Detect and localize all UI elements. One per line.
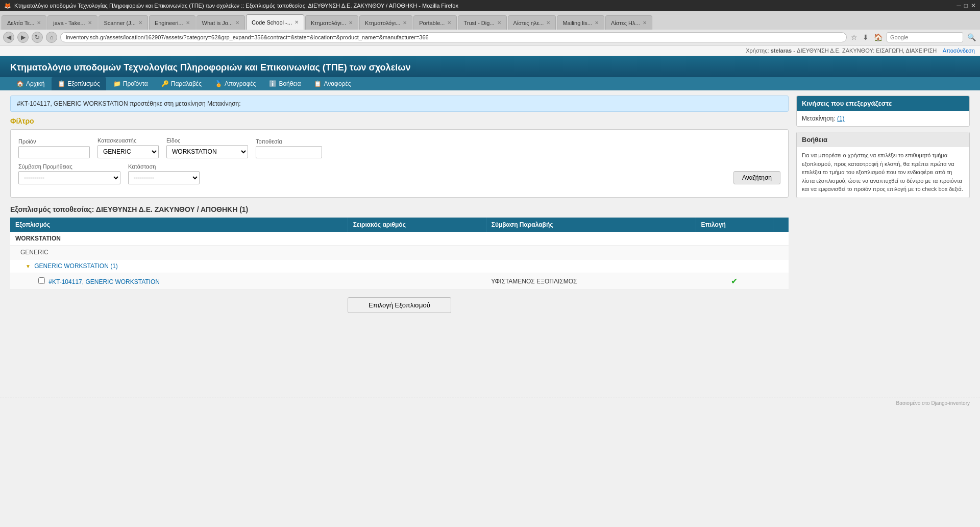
manufacturer-field: Κατασκευαστής GENERIC	[97, 137, 159, 158]
minimize-button[interactable]: ─	[957, 2, 961, 9]
home-button[interactable]: ⌂	[46, 32, 57, 43]
equipment-icon: 📋	[58, 80, 65, 87]
username: stelaras	[771, 47, 792, 54]
manufacturer-label: Κατασκευαστής	[97, 137, 159, 143]
footer-text: Βασισμένο στο Django-inventory	[896, 400, 970, 406]
nav-reports-label: Αναφορές	[324, 80, 351, 87]
equipment-location: ΔΙΕΥΘΥΝΣΗ Δ.Ε. ΖΑΚΥΝΘΟΥ / ΑΠΟΘΗΚΗ	[96, 205, 237, 213]
location-label: Τοποθεσία	[256, 138, 322, 145]
browser-tab-6[interactable]: Κτηματολόγι...✕	[305, 15, 358, 30]
browser-tab-3[interactable]: Engineeri...✕	[149, 15, 195, 30]
maximize-button[interactable]: □	[964, 2, 968, 9]
browser-tab-0[interactable]: Δελτία Τε...✕	[2, 15, 46, 30]
filter-row-1: Προϊόν Κατασκευαστής GENERIC Είδος WORKS…	[18, 137, 780, 158]
product-label: Προϊόν	[18, 138, 90, 145]
forward-button[interactable]: ▶	[17, 32, 29, 43]
logout-link[interactable]: Αποσύνδεση	[943, 47, 975, 54]
browser-tab-4[interactable]: What is Jo...✕	[197, 15, 246, 30]
product-input[interactable]	[18, 146, 90, 158]
type-field: Είδος WORKSTATION	[166, 137, 248, 158]
item-checkbox-left[interactable]	[38, 277, 45, 284]
browser-tab-12[interactable]: Λίστες Ηλ...✕	[605, 15, 652, 30]
item-name-cell: #KT-104117, GENERIC WORKSTATION	[10, 273, 348, 290]
browser-tab-5[interactable]: Code School -...✕	[246, 14, 304, 30]
reload-button[interactable]: ↻	[32, 32, 43, 43]
nav-help-label: Βοήθεια	[279, 80, 301, 87]
bookmark-icon[interactable]: ☆	[851, 33, 857, 41]
actions-panel: Κινήσεις που επεξεργάζεστε Μετακίνηση: (…	[796, 95, 970, 127]
user-bar: Χρήστης: stelaras - ΔΙΕΥΘΥΝΣΗ Δ.Ε. ΖΑΚΥΝ…	[0, 45, 980, 56]
transfer-count-link[interactable]: (1)	[837, 115, 845, 122]
select-equipment-button[interactable]: Επιλογή Εξοπλισμού	[348, 297, 451, 313]
right-column: Κινήσεις που επεξεργάζεστε Μετακίνηση: (…	[796, 95, 970, 392]
browser-tab-11[interactable]: Mailing lis...✕	[557, 15, 604, 30]
help-icon: ℹ️	[269, 80, 277, 87]
group-row: ▼ GENERIC WORKSTATION (1)	[10, 259, 789, 273]
nav-reports[interactable]: 📋 Αναφορές	[308, 77, 357, 90]
type-select[interactable]: WORKSTATION	[166, 145, 248, 158]
nav-inventory[interactable]: 🏅 Απογραφές	[209, 77, 262, 90]
location-input[interactable]	[256, 146, 322, 158]
receipts-icon: 🔑	[161, 80, 169, 87]
notice-text: #KT-104117, GENERIC WORKSTATION προστέθη…	[17, 100, 241, 107]
nav-products-label: Προϊόντα	[123, 80, 148, 87]
equipment-table: Εξοπλισμός Σειριακός αριθμός Σύμβαση Παρ…	[10, 218, 789, 290]
browser-tab-8[interactable]: Portable...✕	[413, 15, 457, 30]
browser-tab-2[interactable]: Scanner (J...✕	[99, 15, 148, 30]
nav-help[interactable]: ℹ️ Βοήθεια	[263, 77, 307, 90]
main-content: #KT-104117, GENERIC WORKSTATION προστέθη…	[0, 90, 980, 397]
group-link[interactable]: GENERIC WORKSTATION (1)	[34, 262, 118, 270]
browser-tab-7[interactable]: Κτηματολόγι...✕	[359, 15, 412, 30]
download-icon[interactable]: ⬇	[863, 33, 869, 41]
expand-icon[interactable]: ▼	[26, 264, 31, 269]
col-select: Επιλογή	[696, 218, 773, 232]
nav-products[interactable]: 📁 Προϊόντα	[107, 77, 154, 90]
nav-home[interactable]: 🏠 Αρχική	[10, 77, 51, 90]
browser-tab-1[interactable]: java - Take...✕	[47, 15, 97, 30]
item-extra-cell	[773, 273, 789, 290]
type-label: WORKSTATION	[10, 232, 789, 246]
window-title: Κτηματολόγιο υποδομών Τεχνολογίας Πληροφ…	[14, 3, 458, 9]
col-equipment: Εξοπλισμός	[10, 218, 348, 232]
table-row: ▼ GENERIC WORKSTATION (1)	[10, 259, 789, 273]
manufacturer-label: GENERIC	[10, 246, 789, 259]
col-extra	[773, 218, 789, 232]
home-nav-icon[interactable]: 🏠	[874, 33, 883, 41]
browser-tab-9[interactable]: Trust - Dig...✕	[458, 15, 506, 30]
col-contract: Σύμβαση Παραλαβής	[486, 218, 696, 232]
table-row: GENERIC	[10, 246, 789, 259]
search-icon[interactable]: 🔍	[967, 33, 976, 41]
browser-tab-10[interactable]: Λίστες ηλε...✕	[508, 15, 556, 30]
manufacturer-select[interactable]: GENERIC	[97, 145, 159, 158]
item-contract-cell: ΥΦΙΣΤΑΜΕΝΟΣ ΕΞΟΠΛΙΣΜΟΣ	[486, 273, 696, 290]
close-button[interactable]: ✕	[971, 2, 976, 9]
inventory-icon: 🏅	[215, 80, 223, 87]
app-header: Κτηματολόγιο υποδομών Τεχνολογίας Πληροφ…	[0, 56, 980, 77]
search-button[interactable]: Αναζήτηση	[733, 171, 780, 184]
nav-receipts[interactable]: 🔑 Παραλαβές	[155, 77, 208, 90]
home-icon: 🏠	[16, 80, 24, 87]
table-header-row: Εξοπλισμός Σειριακός αριθμός Σύμβαση Παρ…	[10, 218, 789, 232]
left-column: #KT-104117, GENERIC WORKSTATION προστέθη…	[10, 95, 789, 392]
back-button[interactable]: ◀	[3, 32, 14, 43]
help-panel-header: Βοήθεια	[797, 132, 969, 147]
status-select[interactable]: ----------	[128, 171, 200, 184]
contract-field: Σύμβαση Προμήθειας ----------	[18, 163, 120, 184]
user-prefix: Χρήστης:	[746, 47, 769, 54]
contract-label: Σύμβαση Προμήθειας	[18, 163, 120, 170]
search-input[interactable]	[887, 32, 963, 42]
col-serial: Σειριακός αριθμός	[348, 218, 486, 232]
status-field: Κατάσταση ----------	[128, 163, 200, 184]
transfer-label: Μετακίνηση:	[802, 115, 836, 122]
nav-home-label: Αρχική	[26, 80, 44, 87]
contract-select[interactable]: ----------	[18, 171, 120, 184]
product-field: Προϊόν	[18, 138, 90, 158]
nav-equipment[interactable]: 📋 Εξοπλισμός	[52, 77, 106, 90]
equipment-title: Εξοπλισμός τοποθεσίας: ΔΙΕΥΘΥΝΣΗ Δ.Ε. ΖΑ…	[10, 205, 789, 213]
item-link[interactable]: #KT-104117, GENERIC WORKSTATION	[48, 278, 160, 285]
url-input[interactable]	[60, 32, 847, 42]
notice-bar: #KT-104117, GENERIC WORKSTATION προστέθη…	[10, 95, 789, 112]
selected-checkmark: ✔	[731, 277, 738, 285]
help-panel: Βοήθεια Για να μπορέσει ο χρήστης να επι…	[796, 132, 970, 198]
filter-box: Προϊόν Κατασκευαστής GENERIC Είδος WORKS…	[10, 129, 789, 198]
